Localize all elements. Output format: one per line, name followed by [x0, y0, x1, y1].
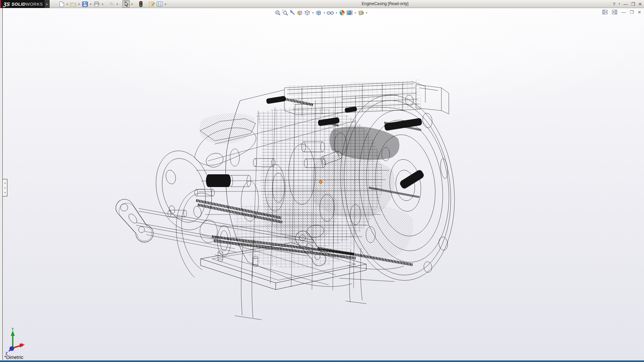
zoom-to-area-button[interactable] [282, 9, 288, 16]
minimize-button[interactable]: — [623, 2, 628, 6]
doc-close-button[interactable]: ✕ [638, 10, 641, 14]
rebuild-traffic-light-icon [139, 1, 143, 7]
section-view-icon [297, 10, 303, 16]
brand-wordmark: SOLIDWORKS [11, 2, 43, 7]
zoom-to-fit-button[interactable] [274, 9, 281, 16]
save-icon [82, 1, 88, 7]
window-title: EngineCasing [Read-only] [362, 1, 408, 6]
view-orientation-button[interactable] [304, 9, 311, 16]
apply-scene-icon [346, 10, 353, 16]
assembly-origin-marker[interactable] [319, 181, 322, 184]
solidworks-logo: ƷS SOLIDWORKS [0, 0, 45, 8]
print-icon [94, 1, 100, 7]
apply-scene-button[interactable] [346, 9, 353, 16]
window-controls: ? ▾ — ❐ ✕ [613, 0, 642, 8]
title-bar: ƷS SOLIDWORKS ▸ ▾ ▾ [0, 0, 644, 8]
undo-icon [108, 1, 114, 7]
view-settings-button[interactable] [358, 9, 364, 16]
collapse-arrow-icon: ◂ [4, 182, 5, 184]
doc-restore-button[interactable]: ❐ [630, 10, 634, 14]
feature-manager-collapsed-tab[interactable]: ◂ ◂ ◂ [3, 179, 7, 196]
edit-appearance-icon [339, 10, 345, 16]
menu-flyout-button[interactable]: ▸ [45, 0, 50, 8]
reference-triad: Y X Z [3, 328, 34, 355]
main-toolbar: ▾ ▾ ▾ [58, 0, 167, 8]
viewport-left-border [0, 8, 3, 360]
undo-dropdown[interactable]: ▾ [115, 0, 119, 8]
open-document-button[interactable] [69, 0, 77, 8]
save-dropdown[interactable]: ▾ [89, 0, 93, 8]
section-view-button[interactable] [297, 9, 303, 16]
view-settings-icon [358, 10, 364, 16]
open-document-icon [70, 1, 76, 7]
engine-casing-wireframe-model [0, 0, 644, 354]
dassault-3ds-mark: ƷS [3, 1, 10, 7]
solidworks-window: ƷS SOLIDWORKS ▸ ▾ ▾ [0, 0, 644, 362]
save-button[interactable] [81, 0, 89, 8]
view-orientation-icon [304, 10, 310, 16]
file-properties-icon [149, 1, 155, 7]
undo-button[interactable] [108, 0, 115, 8]
view-orientation-label: *Dimetric [4, 355, 23, 360]
previous-view-icon [289, 10, 296, 16]
hide-show-items-icon [327, 10, 334, 15]
triad-y-label: Y [11, 327, 14, 331]
edit-appearance-button[interactable] [339, 9, 345, 16]
triad-x-label: X [21, 343, 23, 347]
pane-collapse-left-icon[interactable] [602, 10, 608, 14]
print-dropdown[interactable]: ▾ [101, 0, 104, 8]
triad-axes-icon [3, 328, 34, 355]
display-style-dropdown[interactable]: ▾ [323, 11, 326, 14]
rebuild-button[interactable] [137, 0, 145, 8]
close-button[interactable]: ✕ [638, 2, 642, 6]
options-icon [157, 1, 163, 7]
open-dropdown[interactable]: ▾ [77, 0, 81, 8]
options-dropdown[interactable]: ▾ [164, 0, 167, 8]
document-window-controls: — ❐ ✕ [602, 10, 641, 14]
pane-collapse-right-icon[interactable] [612, 10, 617, 14]
new-dropdown[interactable]: ▾ [65, 0, 69, 8]
view-orientation-dropdown[interactable]: ▾ [311, 11, 315, 14]
hide-show-items-button[interactable] [327, 9, 334, 16]
collapse-arrow-icon: ◂ [4, 191, 5, 193]
display-style-icon [316, 10, 322, 16]
new-document-icon [59, 1, 64, 7]
taskbar-edge-strip [0, 360, 644, 362]
doc-minimize-button[interactable]: — [621, 10, 626, 14]
display-style-button[interactable] [315, 9, 322, 16]
collapse-arrow-icon: ◂ [4, 187, 5, 189]
restore-button[interactable]: ❐ [631, 2, 635, 6]
file-properties-button[interactable] [148, 0, 156, 8]
help-button[interactable]: ? [613, 2, 615, 6]
select-button[interactable] [122, 0, 130, 8]
hide-show-items-dropdown[interactable]: ▾ [335, 11, 338, 14]
apply-scene-dropdown[interactable]: ▾ [354, 11, 357, 14]
select-dropdown[interactable]: ▾ [130, 0, 134, 8]
help-dropdown[interactable]: ▾ [619, 3, 620, 5]
print-button[interactable] [93, 0, 100, 8]
zoom-to-area-icon [282, 10, 288, 16]
options-button[interactable] [156, 0, 163, 8]
select-cursor-icon [124, 1, 129, 7]
heads-up-view-toolbar: ▾ ▾ ▾ [274, 9, 368, 16]
view-settings-dropdown[interactable]: ▾ [365, 11, 368, 14]
previous-view-button[interactable] [289, 9, 296, 16]
zoom-to-fit-icon [275, 10, 281, 16]
new-document-button[interactable] [58, 0, 65, 8]
